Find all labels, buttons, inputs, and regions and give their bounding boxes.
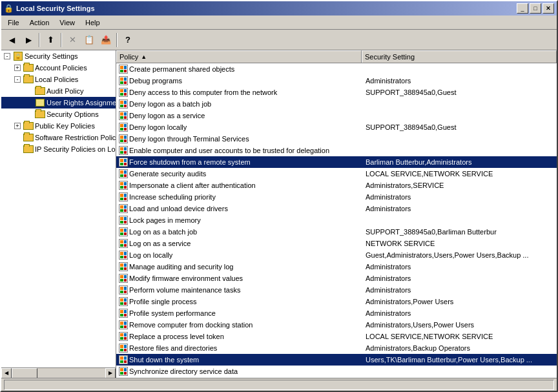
delete-button[interactable]: ✕ <box>65 32 80 48</box>
list-row[interactable]: Deny logon through Terminal Services <box>116 133 557 145</box>
list-row[interactable]: Profile single processAdministrators,Pow… <box>116 296 557 307</box>
toolbar-separator-3 <box>116 33 118 47</box>
list-row[interactable]: Debug programsAdministrators <box>116 75 557 87</box>
row-policy-text: Perform volume maintenance tasks <box>129 286 363 294</box>
row-setting-text: Administrators <box>363 77 557 85</box>
tree-hscroll[interactable]: ◀ ▶ <box>1 367 116 378</box>
list-row[interactable]: Remove computer from docking stationAdmi… <box>116 319 557 331</box>
list-panel: Policy ▲ Security Setting Create permane… <box>116 50 557 378</box>
list-row[interactable]: Load and unload device driversAdministra… <box>116 203 557 214</box>
list-row[interactable]: Impersonate a client after authenticatio… <box>116 180 557 191</box>
row-policy-icon <box>118 331 129 342</box>
expand-security-settings[interactable]: - <box>4 53 10 59</box>
list-row[interactable]: Deny access to this computer from the ne… <box>116 87 557 98</box>
back-button[interactable]: ◀ <box>4 32 19 48</box>
list-row[interactable]: Log on as a serviceNETWORK SERVICE <box>116 238 557 249</box>
software-restriction-icon <box>14 132 21 143</box>
list-row[interactable]: Enable computer and user accounts to be … <box>116 145 557 156</box>
list-row[interactable]: Shut down the systemUsers,TK\Barliman Bu… <box>116 354 557 366</box>
row-policy-text: Debug programs <box>129 77 363 85</box>
list-row[interactable]: Log on as a batch jobSUPPORT_388945a0,Ba… <box>116 226 557 238</box>
list-row[interactable]: Profile system performanceAdministrators <box>116 307 557 319</box>
expand-public-key[interactable]: + <box>14 123 21 129</box>
row-policy-text: Create permanent shared objects <box>129 65 363 73</box>
toolbar: ◀ ▶ ⬆ ✕ 📋 📤 ? <box>1 30 557 50</box>
row-policy-text: Deny logon as a service <box>129 112 363 119</box>
hscroll-thumb[interactable] <box>12 368 37 378</box>
hscroll-right[interactable]: ▶ <box>105 368 116 378</box>
row-policy-text: Deny logon through Terminal Services <box>129 135 363 143</box>
list-row[interactable]: Replace a process level tokenLOCAL SERVI… <box>116 331 557 342</box>
menu-view[interactable]: View <box>54 17 80 28</box>
row-setting-text: LOCAL SERVICE,NETWORK SERVICE <box>363 170 557 178</box>
list-row[interactable]: Synchronize directory service data <box>116 366 557 377</box>
audit-policy-icon <box>26 86 32 96</box>
row-setting-text: NETWORK SERVICE <box>363 240 557 247</box>
list-row[interactable]: Generate security auditsLOCAL SERVICE,NE… <box>116 168 557 180</box>
tree-panel[interactable]: - 🔒 Security Settings + Account Policies <box>1 50 116 378</box>
list-row[interactable]: Deny logon locallySUPPORT_388945a0,Guest <box>116 121 557 133</box>
row-policy-icon <box>118 192 129 202</box>
menu-help[interactable]: Help <box>80 17 105 28</box>
list-row[interactable]: Perform volume maintenance tasksAdminist… <box>116 284 557 296</box>
hscroll-track[interactable] <box>12 368 105 378</box>
row-policy-icon <box>118 262 129 272</box>
row-policy-text: Load and unload device drivers <box>129 205 363 212</box>
properties-button[interactable]: 📋 <box>81 32 97 48</box>
maximize-button[interactable]: □ <box>530 3 541 14</box>
list-row[interactable]: Increase scheduling priorityAdministrato… <box>116 191 557 203</box>
export-button[interactable]: 📤 <box>98 32 114 48</box>
row-policy-text: Lock pages in memory <box>129 216 363 224</box>
expand-local-policies[interactable]: - <box>14 76 21 83</box>
list-row[interactable]: Force shutdown from a remote systemBarli… <box>116 156 557 168</box>
help-button[interactable]: ? <box>120 32 136 48</box>
col-header-policy[interactable]: Policy ▲ <box>116 50 362 63</box>
tree-item-security-settings[interactable]: - 🔒 Security Settings <box>1 50 116 62</box>
row-setting-text: Administrators <box>363 274 557 282</box>
minimize-button[interactable]: _ <box>517 3 528 14</box>
ip-security-folder-icon <box>23 144 34 154</box>
close-button[interactable]: ✕ <box>542 3 554 14</box>
row-policy-icon <box>118 227 129 237</box>
menu-action[interactable]: Action <box>25 17 55 28</box>
tree-item-security-options[interactable]: Security Options <box>1 108 116 120</box>
row-setting-text: Guest,Administrators,Users,Power Users,B… <box>363 251 557 259</box>
row-policy-text: Log on as a batch job <box>129 228 363 236</box>
expand-account-policies[interactable]: + <box>14 65 21 71</box>
tree-item-public-key[interactable]: + Public Key Policies <box>1 120 116 132</box>
list-row[interactable]: Deny logon as a service <box>116 110 557 121</box>
list-body[interactable]: Create permanent shared objectsDebug pro… <box>116 63 557 378</box>
tree-item-ip-security[interactable]: IP Security Policies on Local C... <box>1 143 116 155</box>
forward-button[interactable]: ▶ <box>21 32 36 48</box>
hscroll-left[interactable]: ◀ <box>1 368 12 378</box>
up-button[interactable]: ⬆ <box>43 32 58 48</box>
list-row[interactable]: Modify firmware environment valuesAdmini… <box>116 273 557 284</box>
tree-item-account-policies[interactable]: + Account Policies <box>1 62 116 74</box>
row-setting-text: Administrators <box>363 286 557 294</box>
list-row[interactable]: Manage auditing and security logAdminist… <box>116 261 557 273</box>
col-header-setting[interactable]: Security Setting <box>362 50 557 63</box>
status-pane <box>4 380 554 390</box>
row-policy-text: Remove computer from docking station <box>129 321 363 329</box>
list-row[interactable]: Lock pages in memory <box>116 214 557 226</box>
user-rights-folder-icon <box>35 98 45 108</box>
tree-item-audit-policy[interactable]: Audit Policy <box>1 85 116 97</box>
row-setting-text: Administrators <box>363 205 557 212</box>
list-row[interactable]: Restore files and directoriesAdministrat… <box>116 342 557 354</box>
tree-label-ip-security: IP Security Policies on Local C... <box>35 145 116 153</box>
menu-file[interactable]: File <box>3 17 25 28</box>
list-row[interactable]: Deny logon as a batch job <box>116 98 557 110</box>
row-policy-text: Force shutdown from a remote system <box>129 158 363 166</box>
list-row[interactable]: Log on locallyGuest,Administrators,Users… <box>116 249 557 261</box>
tree-scroll[interactable]: - 🔒 Security Settings + Account Policies <box>1 50 116 367</box>
row-policy-icon <box>118 87 129 98</box>
row-policy-icon <box>118 157 129 167</box>
row-setting-text: Administrators,Users,Power Users <box>363 321 557 329</box>
tree-item-local-policies[interactable]: - Local Policies <box>1 74 116 85</box>
tree-item-user-rights[interactable]: User Rights Assignment <box>1 97 116 108</box>
row-policy-icon <box>118 64 129 74</box>
list-row[interactable]: Create permanent shared objects <box>116 63 557 75</box>
row-policy-text: Log on locally <box>129 251 363 259</box>
row-policy-icon <box>118 180 129 191</box>
tree-item-software-restriction[interactable]: Software Restriction Policies <box>1 132 116 143</box>
